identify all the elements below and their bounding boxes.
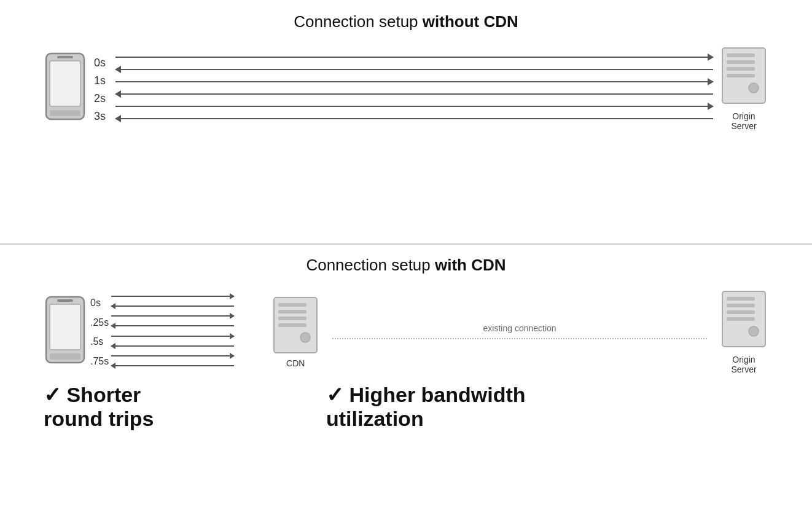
cdn-phone-icon [44,294,88,368]
cdn-arrow-line-6 [111,341,271,351]
cdn-arrow-line-3 [111,311,271,321]
svg-rect-18 [278,323,306,327]
arrow-left-2 [115,93,713,95]
benefit-bandwidth-text: ✓ Higher bandwidthutilization [326,383,768,431]
svg-rect-2 [57,56,73,58]
svg-rect-23 [727,310,755,314]
existing-connection-line [332,338,707,339]
bottom-title: Connection setup with CDN [306,256,506,275]
benefit-higher-bandwidth: ✓ Higher bandwidthutilization [302,383,768,431]
time-label-1: 1s [94,75,106,86]
cdn-arrows-area [111,291,271,371]
section-with-cdn: Connection setup with CDN 0s .25s .5s .7… [0,245,812,520]
cdn-arrow-right-4 [111,355,234,357]
main-container: Connection setup without CDN 0s [0,0,812,520]
arrow-right-2 [115,81,713,82]
origin-server-top-label: OriginServer [731,111,756,131]
phone-icon [44,51,88,125]
svg-rect-3 [50,110,80,116]
bottom-title-normal: Connection setup [306,256,435,274]
bottom-title-bold: with CDN [435,256,506,274]
arrow-left-1 [115,69,713,70]
benefits-row: ✓ Shorterround trips ✓ Higher bandwidthu… [44,383,768,431]
svg-rect-22 [727,304,755,307]
svg-rect-13 [50,353,80,360]
svg-rect-17 [278,317,306,320]
cdn-diagram-row: 0s .25s .5s .75s [44,288,768,374]
svg-rect-21 [727,297,755,301]
time-label-3: 3s [94,111,106,122]
svg-point-25 [749,326,759,336]
top-diagram-row: 0s 1s 2s 3s [44,45,768,131]
section-without-cdn: Connection setup without CDN 0s [0,0,812,245]
arrow-left-3 [115,118,713,119]
svg-rect-8 [727,74,755,77]
top-title-bold: without CDN [423,12,518,31]
origin-server-bottom-label: OriginServer [731,355,756,374]
cdn-time-0: 0s [90,298,109,308]
top-title-normal: Connection setup [294,12,423,31]
cdn-arrow-line-8 [111,361,271,371]
arrow-line-6 [115,112,713,125]
top-time-labels: 0s 1s 2s 3s [94,51,106,125]
svg-rect-16 [278,310,306,313]
existing-connection-area: existing connection [332,291,707,371]
cdn-time-labels: 0s .25s .5s .75s [90,291,109,371]
svg-rect-11 [50,304,80,350]
cdn-time-25: .25s [90,318,109,328]
cdn-time-5: .5s [90,337,109,347]
svg-rect-7 [727,67,755,71]
top-arrows-area [115,51,713,125]
cdn-server: CDN [271,294,320,368]
cdn-arrow-line-4 [111,321,271,331]
arrow-right-1 [115,57,713,58]
cdn-arrow-right-3 [111,336,234,337]
origin-server-bottom: OriginServer [719,288,768,374]
time-label-0: 0s [94,57,106,68]
svg-point-19 [300,333,310,342]
cdn-arrow-right-2 [111,315,234,317]
svg-rect-15 [278,303,306,307]
top-title: Connection setup without CDN [294,12,518,31]
cdn-arrow-right-1 [111,296,234,297]
arrow-line-5 [115,100,713,112]
arrow-line-1 [115,51,713,63]
svg-rect-1 [50,61,80,106]
origin-server-top: OriginServer [719,45,768,131]
arrow-right-3 [115,106,713,107]
cdn-arrow-left-4 [111,365,234,366]
cdn-arrow-left-1 [111,305,234,307]
existing-connection-label: existing connection [483,323,556,333]
time-label-2: 2s [94,93,106,104]
cdn-arrow-line-5 [111,331,271,341]
cdn-time-75: .75s [90,357,109,366]
arrow-line-4 [115,88,713,100]
svg-rect-5 [727,53,755,57]
arrow-line-2 [115,63,713,76]
benefit-shorter-text: ✓ Shorterround trips [44,383,302,431]
svg-rect-6 [727,60,755,64]
svg-rect-12 [57,299,73,302]
cdn-arrow-line-7 [111,351,271,361]
cdn-arrow-line-1 [111,291,271,301]
cdn-arrow-line-2 [111,301,271,311]
cdn-arrow-left-3 [111,345,234,347]
svg-rect-24 [727,317,755,321]
cdn-arrow-left-2 [111,325,234,326]
benefit-shorter-trips: ✓ Shorterround trips [44,383,302,431]
cdn-label: CDN [286,358,305,368]
arrow-line-3 [115,76,713,88]
svg-point-9 [749,83,759,93]
